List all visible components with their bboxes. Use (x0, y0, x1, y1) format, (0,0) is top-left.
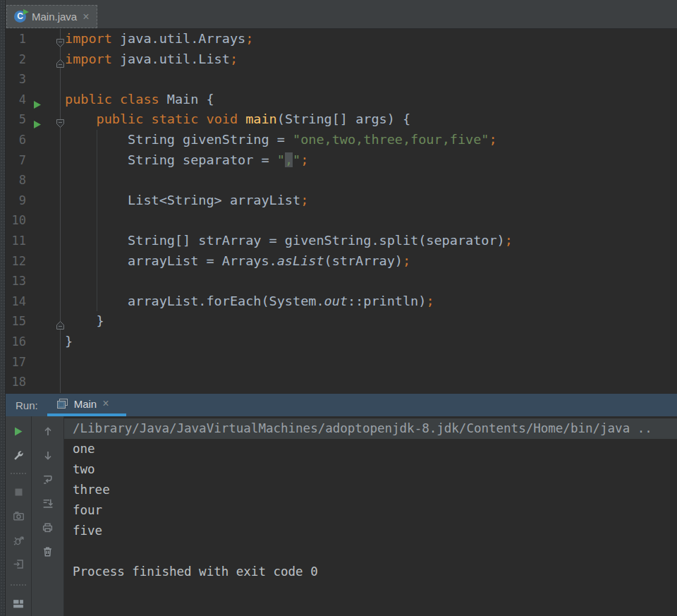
fold-start-icon[interactable] (56, 38, 65, 48)
code-text: arrayList.forEach(System.out::println); (65, 291, 434, 312)
run-tab-title: Main (74, 398, 97, 410)
run-tab-main[interactable]: Main × (47, 394, 126, 416)
code-text: public static void main(String[] args) { (65, 109, 410, 130)
code-line[interactable]: 1import java.util.Arrays; (6, 29, 677, 49)
toolbar-separator (11, 584, 26, 586)
prev-occurrence-icon[interactable] (40, 423, 56, 439)
tool-window-stripe (0, 0, 6, 616)
console-output-line: three (64, 480, 677, 500)
settings-wrench-icon[interactable] (11, 447, 26, 463)
clear-all-trash-icon[interactable] (40, 543, 56, 559)
code-editor[interactable]: 1import java.util.Arrays;2import java.ut… (6, 29, 677, 393)
code-line[interactable]: 10 (6, 210, 677, 231)
code-line[interactable]: 6 String givenString = "one,two,three,fo… (6, 130, 677, 150)
run-arrow-icon[interactable] (33, 120, 42, 129)
line-number: 12 (6, 251, 26, 272)
code-line[interactable]: 18 (6, 372, 677, 392)
code-line[interactable]: 11 String[] strArray = givenString.split… (6, 231, 677, 251)
line-number: 2 (6, 49, 26, 70)
restore-layout-icon[interactable] (11, 596, 26, 611)
run-tool-window-header: Run: Main × (6, 393, 677, 416)
stop-button[interactable] (11, 484, 26, 500)
code-line[interactable]: 13 (6, 271, 677, 291)
code-line[interactable]: 2import java.util.List; (6, 49, 677, 70)
code-line[interactable]: 8 (6, 170, 677, 191)
next-occurrence-icon[interactable] (40, 447, 56, 463)
close-icon[interactable]: × (102, 399, 109, 409)
scroll-to-end-icon[interactable] (40, 495, 56, 511)
line-number: 4 (6, 90, 26, 110)
line-number: 3 (6, 69, 26, 90)
console-output-line (64, 541, 677, 562)
run-tool-window: /Library/Java/JavaVirtualMachines/adopto… (6, 416, 677, 616)
code-line[interactable]: 9 List<String> arrayList; (6, 191, 677, 211)
rerun-button[interactable] (11, 423, 26, 439)
line-number: 15 (6, 311, 26, 332)
console-icon (56, 398, 68, 409)
console-output-line: five (64, 521, 677, 541)
restart-debugger-icon[interactable] (11, 532, 26, 548)
code-text: String givenString = "one,two,three,four… (65, 130, 497, 150)
code-text: arrayList = Arrays.asList(strArray); (65, 251, 410, 272)
code-text: } (65, 311, 104, 332)
line-number: 14 (6, 291, 26, 312)
editor-tab-bar: C Main.java × (6, 0, 677, 29)
code-text: List<String> arrayList; (65, 191, 308, 211)
code-text: } (65, 332, 73, 352)
fold-start-icon[interactable] (56, 119, 65, 128)
code-line[interactable]: 14 arrayList.forEach(System.out::println… (6, 291, 677, 312)
line-number: 5 (6, 109, 26, 130)
code-line[interactable]: 4public class Main { (6, 90, 677, 110)
fold-end-icon[interactable] (56, 59, 65, 68)
line-number: 13 (6, 271, 26, 291)
code-text: String separator = ","; (65, 150, 308, 171)
code-text: String[] strArray = givenString.split(se… (65, 231, 513, 251)
console-output-line: one (64, 439, 677, 459)
line-number: 17 (6, 352, 26, 373)
line-number: 16 (6, 332, 26, 352)
close-icon[interactable]: × (83, 12, 89, 22)
code-line[interactable]: 7 String separator = ","; (6, 150, 677, 171)
run-console[interactable]: /Library/Java/JavaVirtualMachines/adopto… (64, 416, 677, 616)
console-output-line: two (64, 459, 677, 480)
code-line[interactable]: 17 (6, 352, 677, 373)
code-line[interactable]: 15 } (6, 311, 677, 332)
code-line[interactable]: 3 (6, 69, 677, 90)
show-process-icon[interactable] (11, 556, 26, 572)
console-output-line: Process finished with exit code 0 (64, 562, 677, 582)
fold-end-icon[interactable] (56, 320, 65, 330)
thread-dump-camera-icon[interactable] (11, 508, 26, 524)
print-icon[interactable] (40, 519, 56, 535)
run-label: Run: (16, 399, 38, 411)
code-line[interactable]: 16} (6, 332, 677, 352)
line-number: 10 (6, 210, 26, 231)
code-text: public class Main { (65, 90, 214, 110)
code-text: import java.util.List; (65, 49, 238, 70)
toolbar-separator (11, 473, 26, 474)
editor-tab-title: Main.java (32, 11, 77, 23)
console-command-line: /Library/Java/JavaVirtualMachines/adopto… (64, 418, 677, 439)
java-class-icon: C (14, 11, 26, 23)
console-toolbar (32, 416, 64, 616)
code-text: import java.util.Arrays; (65, 29, 253, 49)
run-arrow-icon[interactable] (33, 100, 42, 109)
editor-tab-main-java[interactable]: C Main.java × (6, 5, 97, 28)
line-number: 1 (6, 29, 26, 49)
ide-window: C Main.java × 1import java.util.Arrays;2… (6, 0, 677, 616)
line-number: 6 (6, 130, 26, 150)
line-number: 7 (6, 150, 26, 171)
code-line[interactable]: 12 arrayList = Arrays.asList(strArray); (6, 251, 677, 272)
line-number: 11 (6, 231, 26, 251)
line-number: 8 (6, 170, 26, 191)
run-toolbar (6, 416, 32, 616)
line-number: 9 (6, 191, 26, 211)
soft-wrap-icon[interactable] (40, 471, 56, 487)
code-line[interactable]: 5 public static void main(String[] args)… (6, 109, 677, 130)
console-output-line: four (64, 500, 677, 521)
line-number: 18 (6, 372, 26, 392)
